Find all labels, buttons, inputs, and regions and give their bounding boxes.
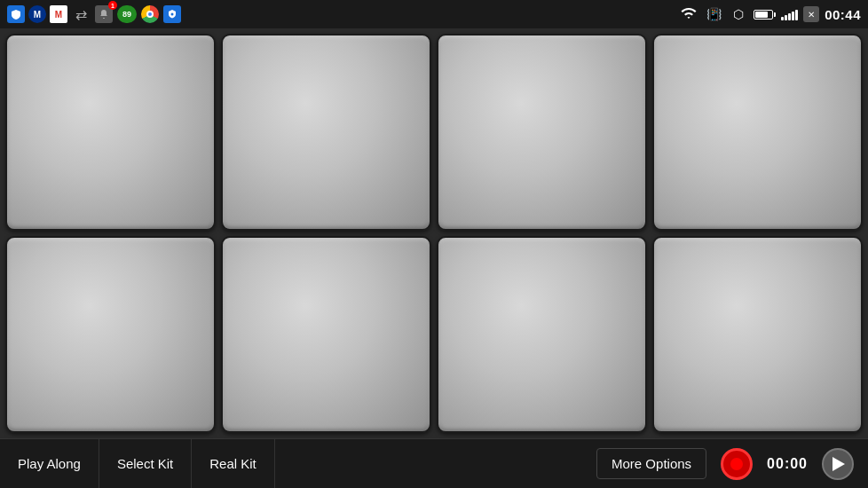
battery-icon — [754, 10, 776, 20]
notification-badge-icon: 1 — [94, 4, 114, 24]
record-indicator — [730, 458, 743, 470]
toolbar: Play Along Select Kit Real Kit More Opti… — [0, 438, 868, 488]
drum-pad-6[interactable] — [221, 236, 431, 433]
play-button[interactable] — [822, 448, 854, 480]
wifi-icon — [679, 4, 698, 24]
play-along-button[interactable]: Play Along — [0, 439, 99, 488]
status-left: M M ⇄ 1 89 — [7, 4, 181, 24]
x-status-icon: ✕ — [803, 6, 819, 22]
drum-pad-2[interactable] — [221, 34, 431, 231]
play-triangle-icon — [832, 457, 845, 471]
malwarebytes-icon: M — [28, 5, 46, 23]
bluetooth-icon: ⬡ — [729, 4, 748, 24]
drum-pad-3[interactable] — [437, 34, 647, 231]
status-bar: M M ⇄ 1 89 — [0, 0, 868, 28]
more-options-button[interactable]: More Options — [596, 448, 706, 479]
lookout-icon — [7, 5, 25, 23]
pad-area — [0, 28, 868, 438]
sync-icon: ⇄ — [71, 4, 91, 24]
drum-pad-1[interactable] — [5, 34, 216, 231]
right-controls: More Options 00:00 — [596, 448, 868, 480]
timer-display: 00:00 — [767, 456, 808, 472]
gmail-icon: M — [50, 5, 67, 23]
svg-point-0 — [171, 13, 174, 16]
select-kit-button[interactable]: Select Kit — [99, 439, 192, 488]
status-right: 📳 ⬡ ✕ 00:44 — [679, 4, 861, 24]
status-time: 00:44 — [825, 7, 861, 22]
drum-pad-5[interactable] — [5, 236, 216, 433]
drum-pad-4[interactable] — [652, 34, 863, 231]
drum-pad-8[interactable] — [652, 236, 863, 433]
vibrate-icon: 📳 — [704, 4, 723, 24]
record-button[interactable] — [721, 448, 753, 480]
chrome-icon — [140, 4, 160, 24]
badge-89-icon: 89 — [117, 5, 137, 23]
real-kit-button[interactable]: Real Kit — [192, 439, 275, 488]
signal-strength-icon — [781, 8, 798, 20]
drum-pad-7[interactable] — [437, 236, 647, 433]
vpn-icon — [163, 5, 181, 23]
